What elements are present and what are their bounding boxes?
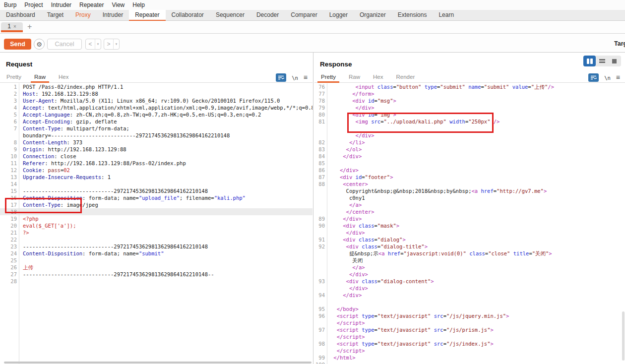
response-title: Response <box>320 61 352 68</box>
back-dropdown-icon[interactable]: ▾ <box>95 39 101 49</box>
newline-toggle-icon[interactable]: \n <box>292 75 298 81</box>
code-line: 91 <div class="dialog"> <box>314 236 625 243</box>
gutter-divider <box>327 83 327 364</box>
line-number: 6 <box>0 118 17 125</box>
line-number <box>314 201 325 208</box>
panel-divider[interactable] <box>313 53 313 364</box>
line-number <box>314 319 325 326</box>
tab-logger[interactable]: Logger <box>323 10 354 21</box>
repeater-session-tab[interactable]: 1× <box>1 22 23 32</box>
response-tab-raw[interactable]: Raw <box>342 72 367 82</box>
line-number: 19 <box>0 215 17 222</box>
line-number: 3 <box>0 97 17 104</box>
line-number: 8 <box>0 139 17 146</box>
response-vertical-scrollbar[interactable] <box>622 311 625 361</box>
tab-decoder[interactable]: Decoder <box>250 10 285 21</box>
tab-proxy[interactable]: Proxy <box>69 10 97 21</box>
response-tab-hex[interactable]: Hex <box>367 72 389 82</box>
code-line: </center> <box>314 208 625 215</box>
tab-dashboard[interactable]: Dashboard <box>0 10 41 21</box>
soft-wrap-icon[interactable] <box>588 73 599 82</box>
request-tab-hex[interactable]: Hex <box>52 72 75 82</box>
line-number: 92 <box>314 243 325 250</box>
menu-hamburger-icon[interactable]: ≡ <box>304 73 308 82</box>
code-line: 提&nbsp;示<a href="javascript:void(0)" cla… <box>314 250 625 257</box>
code-line: 81 <img src="../upload/kali.php" width="… <box>314 118 625 125</box>
code-line: 1POST /Pass-02/index.php HTTP/1.1 <box>0 83 312 90</box>
line-number: 86 <box>314 167 325 174</box>
code-line: </script> <box>314 347 625 354</box>
line-number: 23 <box>0 243 17 250</box>
request-tab-pretty[interactable]: Pretty <box>0 72 28 82</box>
cancel-button[interactable]: Cancel <box>47 39 82 50</box>
code-line: Copyright&nbsp;@&nbsp;2018&nbsp;by&nbsp;… <box>314 187 625 194</box>
menu-burp[interactable]: Burp <box>4 1 16 8</box>
code-line: </a> <box>314 264 625 271</box>
request-title: Request <box>6 61 32 68</box>
code-line: 90 <div class="mask"> <box>314 222 625 229</box>
line-number: 16 <box>0 194 17 201</box>
line-number: 80 <box>314 111 325 118</box>
response-editor[interactable]: 76 <input class="button" type="submit" n… <box>314 83 625 364</box>
line-number: 97 <box>314 326 325 333</box>
layout-columns-button[interactable] <box>583 56 596 66</box>
line-number: 26 <box>0 264 17 271</box>
line-number: 24 <box>0 250 17 257</box>
response-tab-pretty[interactable]: Pretty <box>314 72 342 82</box>
layout-single-button[interactable] <box>608 56 621 66</box>
tab-sequencer[interactable]: Sequencer <box>210 10 250 21</box>
line-number: 2 <box>0 90 17 97</box>
forward-button[interactable]: > ▾ <box>104 39 120 50</box>
tab-comparer[interactable]: Comparer <box>285 10 323 21</box>
tab-repeater[interactable]: Repeater <box>129 10 165 21</box>
code-line: 96 <script type="text/javascript" src="/… <box>314 312 625 319</box>
menu-help[interactable]: Help <box>132 1 145 8</box>
send-button[interactable]: Send <box>4 39 31 50</box>
target-label: Targe <box>614 40 625 48</box>
menu-hamburger-icon[interactable]: ≡ <box>616 73 620 82</box>
menu-bar: BurpProjectIntruderRepeaterViewHelp <box>0 0 625 10</box>
menu-repeater[interactable]: Repeater <box>79 1 104 8</box>
line-number <box>314 333 325 340</box>
menu-project[interactable]: Project <box>24 1 43 8</box>
tab-organizer[interactable]: Organizer <box>354 10 392 21</box>
code-line <box>314 299 625 305</box>
tab-extensions[interactable]: Extensions <box>392 10 433 21</box>
forward-dropdown-icon[interactable]: ▾ <box>114 39 119 49</box>
code-line: 21?> <box>0 229 312 236</box>
line-number <box>314 229 325 236</box>
menu-view[interactable]: View <box>112 1 125 8</box>
tab-intruder[interactable]: Intruder <box>97 10 129 21</box>
soft-wrap-icon[interactable] <box>276 73 286 82</box>
line-number: 78 <box>314 97 325 104</box>
line-number: 77 <box>314 90 325 97</box>
menu-intruder[interactable]: Intruder <box>51 1 71 8</box>
tab-target[interactable]: Target <box>41 10 69 21</box>
code-line: 89 </div> <box>314 215 625 222</box>
code-line: </div> <box>314 132 625 139</box>
forward-arrow-icon[interactable]: > <box>104 39 114 49</box>
request-editor-icons: \n ≡ <box>276 72 308 83</box>
layout-toggle-group <box>583 56 621 66</box>
line-number: 14 <box>0 181 17 187</box>
line-number: 90 <box>314 222 325 229</box>
close-tab-icon[interactable]: × <box>13 24 16 29</box>
newline-toggle-icon[interactable]: \n <box>604 75 611 81</box>
request-tab-raw[interactable]: Raw <box>28 72 52 82</box>
request-horizontal-scrollbar[interactable] <box>4 362 312 364</box>
code-line: 14 <box>0 181 312 187</box>
layout-rows-button[interactable] <box>596 56 608 66</box>
back-button[interactable]: < ▾ <box>85 39 101 50</box>
response-tab-render[interactable]: Render <box>390 72 422 82</box>
tab-learn[interactable]: Learn <box>433 10 460 21</box>
code-line: </div> <box>314 285 625 292</box>
code-line: 79 </div> <box>314 104 625 111</box>
add-tab-icon[interactable]: + <box>27 22 32 32</box>
line-number <box>314 299 325 305</box>
back-arrow-icon[interactable]: < <box>86 39 95 49</box>
request-editor[interactable]: 1POST /Pass-02/index.php HTTP/1.12Host: … <box>0 83 312 364</box>
tab-collaborator[interactable]: Collaborator <box>166 10 210 21</box>
gear-icon[interactable]: ⚙ <box>34 39 45 50</box>
line-number <box>314 347 325 354</box>
response-editor-tabs: PrettyRawHexRender <box>314 72 625 83</box>
